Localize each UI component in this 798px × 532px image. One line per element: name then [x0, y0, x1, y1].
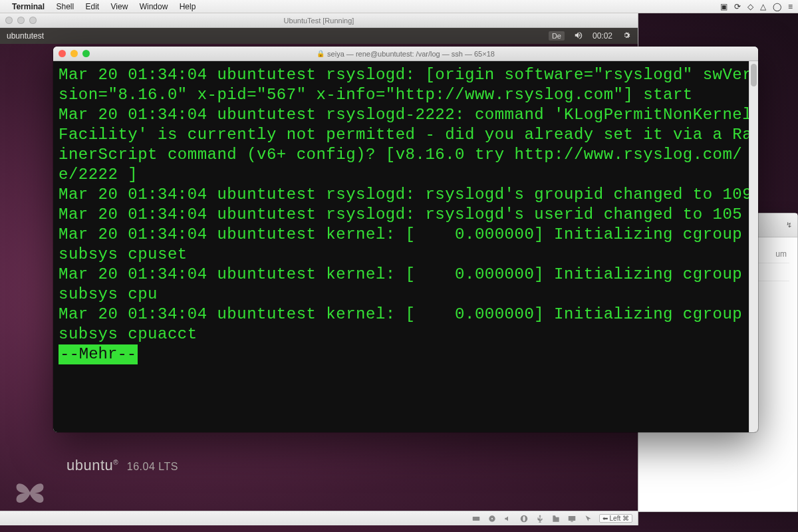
vm-audio-icon[interactable]: [503, 514, 513, 523]
gear-icon[interactable]: [622, 31, 631, 42]
menu-icon[interactable]: ≡: [788, 2, 793, 11]
vm-zoom-icon[interactable]: [29, 17, 37, 24]
svg-rect-0: [473, 517, 480, 521]
vm-optical-icon[interactable]: [487, 514, 497, 523]
svg-rect-3: [569, 515, 576, 520]
mac-menu-help[interactable]: Help: [180, 2, 196, 11]
butterfly-icon: [13, 479, 47, 505]
terminal-scrollbar-thumb[interactable]: [751, 64, 757, 86]
mac-menu-shell[interactable]: Shell: [56, 2, 74, 11]
terminal-title: seiya — rene@ubuntutest: /var/log — ssh …: [327, 50, 495, 58]
lock-icon: 🔒: [317, 50, 325, 57]
terminal-output: Mar 20 01:34:04 ubuntutest rsyslogd: [or…: [59, 65, 753, 344]
bg-toolbar-extra-icon[interactable]: ↯: [786, 221, 792, 229]
vm-usb-icon[interactable]: [535, 514, 545, 523]
ubuntu-clock[interactable]: 00:02: [593, 31, 612, 41]
vm-traffic-lights[interactable]: [5, 17, 37, 24]
ubuntu-brand-name: ubuntu: [66, 457, 113, 473]
ubuntu-topbar-title[interactable]: ubuntutest: [7, 31, 44, 41]
vm-mouse-icon[interactable]: [583, 514, 593, 523]
terminal-window[interactable]: 🔒 seiya — rene@ubuntutest: /var/log — ss…: [53, 47, 758, 432]
terminal-scrollbar[interactable]: [749, 61, 758, 432]
mac-menu-items: Terminal Shell Edit View Window Help: [12, 2, 205, 11]
ubuntu-brand: ubuntu® 16.04 LTS: [66, 457, 178, 474]
vm-title: UbuntuTest [Running]: [284, 17, 354, 25]
sync-icon[interactable]: ⟳: [734, 2, 741, 11]
vm-titlebar[interactable]: UbuntuTest [Running]: [0, 13, 638, 28]
vm-network-icon[interactable]: [519, 514, 529, 523]
video-icon[interactable]: ▣: [720, 2, 728, 11]
mac-menu-window[interactable]: Window: [140, 2, 168, 11]
terminal-titlebar[interactable]: 🔒 seiya — rene@ubuntutest: /var/log — ss…: [53, 47, 758, 61]
pager-more-prompt[interactable]: --Mehr--: [59, 344, 138, 364]
terminal-zoom-icon[interactable]: [82, 50, 90, 57]
mac-menu-app[interactable]: Terminal: [12, 2, 45, 11]
terminal-minimize-icon[interactable]: [70, 50, 78, 57]
vm-minimize-icon[interactable]: [17, 17, 25, 24]
mac-menu-view[interactable]: View: [111, 2, 128, 11]
vm-display-icon[interactable]: [567, 514, 577, 523]
terminal-body[interactable]: Mar 20 01:34:04 ubuntutest rsyslogd: [or…: [53, 61, 758, 432]
keyboard-language-indicator[interactable]: De: [549, 31, 565, 41]
vm-statusbar[interactable]: ⬅ Left ⌘: [0, 511, 638, 525]
terminal-traffic-lights[interactable]: [59, 50, 90, 57]
ubuntu-brand-version: 16.04 LTS: [127, 461, 178, 472]
svg-point-2: [491, 517, 493, 519]
vm-hd-icon[interactable]: [471, 514, 481, 523]
vm-close-icon[interactable]: [5, 17, 13, 24]
ubuntu-topbar[interactable]: ubuntutest De 00:02: [0, 28, 638, 44]
dropbox-icon[interactable]: ◇: [747, 2, 753, 11]
mac-menubar[interactable]: Terminal Shell Edit View Window Help ▣ ⟳…: [0, 0, 798, 13]
svg-rect-4: [571, 521, 573, 521]
user-icon[interactable]: ◯: [773, 2, 781, 11]
mac-menuextra: ▣ ⟳ ◇ △ ◯ ≡: [720, 2, 793, 11]
terminal-close-icon[interactable]: [59, 50, 66, 57]
mac-menu-edit[interactable]: Edit: [86, 2, 100, 11]
cloud-icon[interactable]: △: [760, 2, 766, 11]
volume-icon[interactable]: [574, 31, 583, 42]
vm-hostkey: ⬅ Left ⌘: [599, 514, 632, 523]
vm-shared-icon[interactable]: [551, 514, 561, 523]
